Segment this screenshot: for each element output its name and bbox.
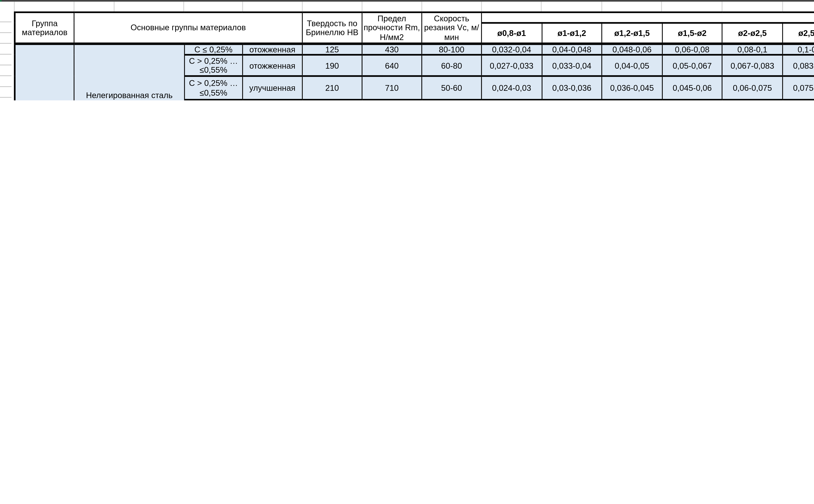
feed-value-cell[interactable]: 0,045-0,06 <box>662 100 722 100</box>
diameter-header[interactable]: ø1,5-ø2 <box>662 23 722 43</box>
header-speed[interactable]: Скорость резания Vc, м/мин <box>422 13 482 43</box>
feed-value-cell[interactable]: 0,033-0,04 <box>542 55 602 76</box>
material-label[interactable]: C ≤ 0,25% <box>184 43 242 55</box>
gridline-stub <box>601 1 602 12</box>
feed-value-cell[interactable]: 0,075-0,12 <box>782 76 814 100</box>
feed-value-cell[interactable]: 0,027-0,033 <box>482 55 542 76</box>
vc-cell[interactable]: 80-100 <box>422 43 482 55</box>
vc-cell[interactable]: 60-80 <box>422 55 482 76</box>
gridline-stub <box>782 1 783 12</box>
feed-value-cell[interactable]: 0,083-0,13 <box>782 55 814 76</box>
gridline-stub <box>242 1 242 12</box>
feed-value-cell[interactable]: 0,03-0,036 <box>542 100 602 100</box>
header-group[interactable]: Группа материалов <box>15 13 74 43</box>
gridline-stub <box>14 1 15 12</box>
feed-value-cell[interactable]: 0,067-0,083 <box>722 55 783 76</box>
materials-table: Группа материалов Основные группы матери… <box>14 12 814 100</box>
gridline-stub <box>184 1 184 12</box>
feed-value-cell[interactable]: 0,024-0,03 <box>482 76 542 100</box>
material-label[interactable]: отожженная <box>242 100 302 100</box>
feed-value-cell[interactable]: 0,048-0,06 <box>602 43 662 55</box>
material-label[interactable]: Нелегированная сталь <box>74 43 184 100</box>
header-main-groups[interactable]: Основные группы материалов <box>74 13 302 43</box>
gridline-stub <box>73 1 74 12</box>
feed-value-cell[interactable]: 0,04-0,05 <box>602 55 662 76</box>
hb-cell[interactable]: 190 <box>302 55 362 76</box>
rm-cell[interactable]: 640 <box>362 55 422 76</box>
table-row: PНелегированная стальC ≤ 0,25%отожженная… <box>15 43 814 55</box>
gridline-stub <box>361 1 362 12</box>
material-label[interactable]: C > 0,25% … ≤0,55% <box>184 76 242 100</box>
feed-value-cell[interactable]: 0,032-0,04 <box>482 43 542 55</box>
feed-value-cell[interactable]: 0,08-0,1 <box>722 43 783 55</box>
spreadsheet-view: Группа материалов Основные группы матери… <box>0 0 814 100</box>
hb-cell[interactable]: 190 <box>302 100 362 100</box>
row-header-strip <box>0 11 11 100</box>
header-row-top: Группа материалов Основные группы матери… <box>15 13 814 23</box>
material-label[interactable]: C > 0,25% … ≤0,55% <box>184 55 242 76</box>
feed-value-cell[interactable]: 0,04-0,048 <box>542 43 602 55</box>
hb-cell[interactable]: 210 <box>302 76 362 100</box>
feed-value-cell[interactable]: 0,06-0,08 <box>662 43 722 55</box>
diameter-header[interactable]: ø1,2-ø1,5 <box>602 23 662 43</box>
header-strength[interactable]: Предел прочности Rm, Н/мм2 <box>362 13 422 43</box>
feed-value-cell[interactable]: 0,03-0,036 <box>542 76 602 100</box>
feed-value-cell[interactable]: 0,06-0,075 <box>722 76 783 100</box>
group-cell[interactable]: P <box>15 43 74 100</box>
material-label[interactable]: отожженная <box>242 43 302 55</box>
gridline-stub <box>421 1 422 12</box>
diameter-header[interactable]: ø0,8-ø1 <box>482 23 542 43</box>
diameter-header[interactable]: ø2,5-ø4 <box>782 23 814 43</box>
gridline-stub <box>481 1 482 12</box>
rm-cell[interactable]: 640 <box>362 100 422 100</box>
gridline-stub <box>661 1 662 12</box>
feed-value-cell[interactable]: 0,045-0,06 <box>662 76 722 100</box>
gridline-stub <box>541 1 542 12</box>
header-hardness[interactable]: Твердость по Бринеллю HB <box>302 13 362 43</box>
rm-cell[interactable]: 430 <box>362 43 422 55</box>
feed-value-cell[interactable]: 0,05-0,067 <box>662 55 722 76</box>
gridline-stub <box>301 1 302 12</box>
column-header-edge <box>0 0 814 1</box>
feed-value-cell[interactable]: 0,036-0,045 <box>602 76 662 100</box>
gridline-stub <box>113 1 114 12</box>
feed-value-cell[interactable]: 0,036-0,045 <box>602 100 662 100</box>
vc-cell[interactable]: 50-60 <box>422 76 482 100</box>
feed-value-cell[interactable]: 0,075-0,12 <box>782 100 814 100</box>
vc-cell[interactable]: 60-70 <box>422 100 482 100</box>
diameter-header[interactable]: ø2-ø2,5 <box>722 23 783 43</box>
feed-value-cell[interactable]: 0,1-0,16 <box>782 43 814 55</box>
feed-value-cell[interactable]: 0,024-0,03 <box>482 100 542 100</box>
rm-cell[interactable]: 710 <box>362 76 422 100</box>
material-label[interactable]: C > 0,55% <box>184 100 242 100</box>
header-feed[interactable]: Подача Fn, мм/об <box>482 13 814 23</box>
material-label[interactable]: улучшенная <box>242 76 302 100</box>
corner-green-dot <box>0 0 2 1</box>
feed-value-cell[interactable]: 0,06-0,075 <box>722 100 783 100</box>
hb-cell[interactable]: 125 <box>302 43 362 55</box>
diameter-header[interactable]: ø1-ø1,2 <box>542 23 602 43</box>
material-label[interactable]: отожженная <box>242 55 302 76</box>
gridline-stub <box>722 1 722 12</box>
